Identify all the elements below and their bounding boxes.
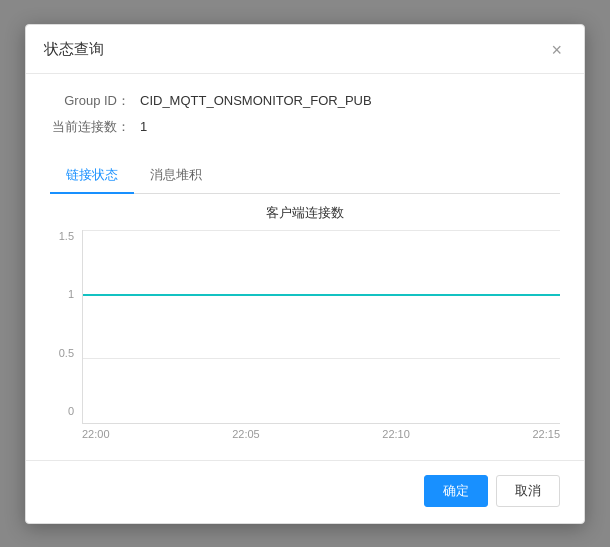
grid-line-mid2 (83, 358, 560, 359)
group-id-row: Group ID： CID_MQTT_ONSMONITOR_FOR_PUB (50, 92, 560, 110)
close-button[interactable]: × (547, 39, 566, 61)
cancel-button[interactable]: 取消 (496, 475, 560, 507)
tab-bar: 链接状态 消息堆积 (50, 158, 560, 194)
confirm-button[interactable]: 确定 (424, 475, 488, 507)
chart-container: 客户端连接数 1.5 1 0.5 0 (50, 194, 560, 440)
y-label-0: 0 (68, 405, 74, 417)
x-label-2200: 22:00 (82, 428, 110, 440)
connection-count-row: 当前连接数： 1 (50, 118, 560, 136)
chart-area: 1.5 1 0.5 0 22:00 (50, 230, 560, 440)
connection-label: 当前连接数： (50, 118, 130, 136)
chart-inner: 22:00 22:05 22:10 22:15 (82, 230, 560, 440)
x-axis: 22:00 22:05 22:10 22:15 (82, 424, 560, 440)
tab-link-status[interactable]: 链接状态 (50, 158, 134, 194)
y-label-1.5: 1.5 (59, 230, 74, 242)
tab-message-stack[interactable]: 消息堆积 (134, 158, 218, 194)
y-label-0.5: 0.5 (59, 347, 74, 359)
dialog-footer: 确定 取消 (26, 460, 584, 523)
connection-value: 1 (140, 119, 147, 134)
y-axis: 1.5 1 0.5 0 (50, 230, 82, 440)
data-line (83, 294, 560, 296)
status-dialog: 状态查询 × Group ID： CID_MQTT_ONSMONITOR_FOR… (25, 24, 585, 524)
x-label-2205: 22:05 (232, 428, 260, 440)
group-id-label: Group ID： (50, 92, 130, 110)
dialog-header: 状态查询 × (26, 25, 584, 74)
grid-line-top (83, 230, 560, 231)
dialog-body: Group ID： CID_MQTT_ONSMONITOR_FOR_PUB 当前… (26, 74, 584, 450)
group-id-value: CID_MQTT_ONSMONITOR_FOR_PUB (140, 93, 372, 108)
chart-title: 客户端连接数 (50, 204, 560, 222)
y-label-1: 1 (68, 288, 74, 300)
x-label-2215: 22:15 (532, 428, 560, 440)
x-label-2210: 22:10 (382, 428, 410, 440)
dialog-title: 状态查询 (44, 40, 104, 59)
grid-area (82, 230, 560, 424)
